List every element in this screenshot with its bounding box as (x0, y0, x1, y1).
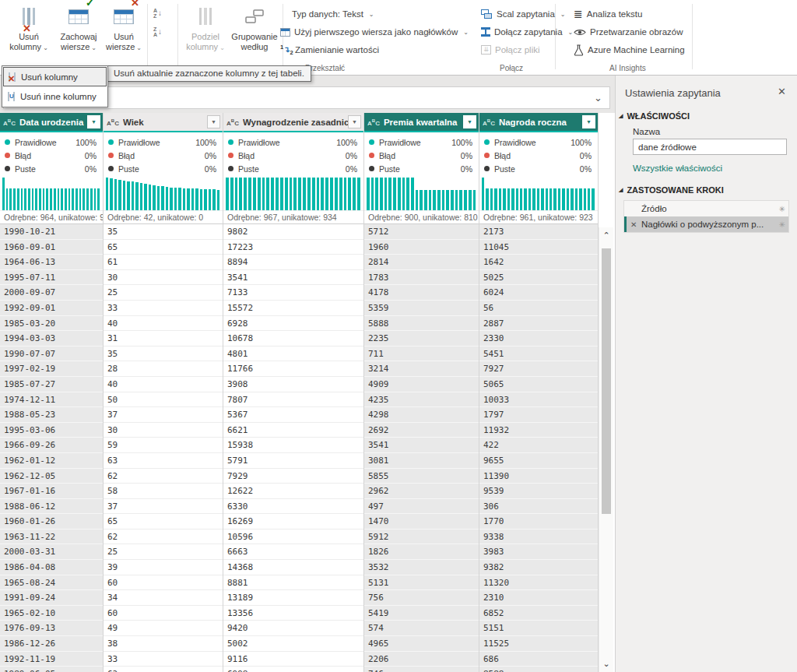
filter-button[interactable]: ▼ (87, 115, 100, 128)
column-header[interactable]: ABCNagroda roczna▼ (479, 113, 598, 131)
replace-values-button[interactable]: 1↴2 Zamienianie wartości (280, 42, 379, 58)
filter-button[interactable]: ▼ (582, 115, 595, 128)
table-cell[interactable]: 3908 (223, 377, 363, 392)
table-cell[interactable]: 1985-03-20 (0, 316, 103, 332)
table-cell[interactable]: 1964-06-13 (0, 255, 103, 270)
table-cell[interactable]: 59 (104, 438, 223, 453)
table-cell[interactable]: 16269 (223, 514, 363, 530)
table-cell[interactable]: 1967-01-16 (0, 484, 103, 499)
scrollbar-thumb[interactable] (602, 248, 611, 514)
table-cell[interactable]: 37 (104, 499, 223, 515)
table-cell[interactable]: 11525 (479, 636, 598, 652)
table-cell[interactable]: 5888 (364, 316, 479, 332)
filter-button[interactable]: ▼ (348, 115, 361, 128)
step-naglowki[interactable]: ✕ Nagłówki o podwyższonym p... ✳ (624, 216, 788, 232)
table-cell[interactable]: 8588 (479, 667, 598, 672)
table-cell[interactable]: 56 (479, 301, 598, 316)
text-analytics-button[interactable]: ≣ Analiza tekstu (574, 6, 642, 22)
table-cell[interactable]: 9539 (479, 484, 598, 499)
table-cell[interactable]: 10596 (223, 530, 363, 545)
table-cell[interactable]: 12622 (223, 484, 363, 499)
table-cell[interactable]: 11045 (479, 240, 598, 255)
sort-descending-button[interactable]: ZA↓ (153, 26, 162, 37)
table-cell[interactable]: 62 (104, 530, 223, 545)
use-first-row-as-headers-button[interactable]: Użyj pierwszego wiersza jako nagłówków⌄ (280, 24, 469, 40)
table-cell[interactable]: 746 (364, 667, 479, 672)
table-cell[interactable]: 1986-04-08 (0, 560, 103, 575)
table-cell[interactable]: 2206 (364, 652, 479, 667)
table-cell[interactable]: 3532 (364, 560, 479, 575)
table-cell[interactable]: 7927 (479, 361, 598, 377)
table-cell[interactable]: 5151 (479, 621, 598, 636)
table-cell[interactable]: 5367 (223, 407, 363, 423)
table-cell[interactable]: 5419 (364, 606, 479, 621)
table-cell[interactable]: 11932 (479, 423, 598, 438)
table-cell[interactable]: 8881 (223, 575, 363, 591)
table-cell[interactable]: 9802 (223, 224, 363, 240)
table-cell[interactable]: 6998 (223, 667, 363, 672)
all-properties-link[interactable]: Wszystkie właściwości (633, 164, 722, 173)
remove-rows-button[interactable]: ✕ Usuń wiersze⌄ (104, 3, 144, 53)
table-cell[interactable]: 4965 (364, 636, 479, 652)
table-cell[interactable]: 25 (104, 285, 223, 301)
table-cell[interactable]: 60 (104, 575, 223, 591)
table-cell[interactable]: 60 (104, 606, 223, 621)
table-cell[interactable]: 5855 (364, 469, 479, 484)
table-cell[interactable]: 5451 (479, 347, 598, 362)
table-cell[interactable]: 2235 (364, 331, 479, 347)
table-cell[interactable]: 3541 (364, 438, 479, 453)
table-cell[interactable]: 1995-03-06 (0, 423, 103, 438)
gear-icon[interactable]: ✳ (779, 220, 785, 229)
table-cell[interactable]: 2000-03-31 (0, 544, 103, 560)
table-cell[interactable]: 1976-09-13 (0, 621, 103, 636)
table-cell[interactable]: 1966-09-26 (0, 438, 103, 453)
table-cell[interactable]: 1826 (364, 544, 479, 560)
table-cell[interactable]: 1994-03-03 (0, 331, 103, 347)
table-cell[interactable]: 1962-01-12 (0, 453, 103, 469)
table-cell[interactable]: 30 (104, 423, 223, 438)
table-cell[interactable]: 4298 (364, 407, 479, 423)
vertical-scrollbar[interactable]: ⌃ ⌄ (599, 227, 613, 672)
data-type-button[interactable]: Typ danych: Tekst⌄ (292, 6, 374, 22)
table-cell[interactable]: 2173 (479, 224, 598, 240)
table-cell[interactable]: 11390 (479, 469, 598, 484)
table-cell[interactable]: 1960 (364, 240, 479, 255)
delete-step-icon[interactable]: ✕ (630, 220, 641, 229)
table-cell[interactable]: 7133 (223, 285, 363, 301)
combine-files-button[interactable]: ⇊ Połącz pliki (481, 42, 540, 58)
table-cell[interactable]: 28 (104, 361, 223, 377)
table-cell[interactable]: 5002 (223, 636, 363, 652)
column-header[interactable]: ABCData urodzenia▼ (0, 113, 103, 131)
append-queries-button[interactable]: Dołącz zapytania⌄ (481, 24, 573, 40)
table-cell[interactable]: 1962-12-05 (0, 469, 103, 484)
table-cell[interactable]: 2962 (364, 484, 479, 499)
filter-button[interactable]: ▼ (207, 115, 220, 128)
table-cell[interactable]: 35 (104, 347, 223, 362)
query-name-input[interactable] (633, 139, 787, 155)
table-cell[interactable]: 34 (104, 590, 223, 606)
group-by-button[interactable]: Grupowanie według (229, 3, 280, 52)
table-cell[interactable]: 5912 (364, 530, 479, 545)
column-header[interactable]: ABCWiek▼ (104, 113, 223, 131)
table-cell[interactable]: 3983 (479, 544, 598, 560)
table-cell[interactable]: 10033 (479, 392, 598, 408)
table-cell[interactable]: 6621 (223, 423, 363, 438)
table-cell[interactable]: 13356 (223, 606, 363, 621)
azure-ml-button[interactable]: Azure Machine Learning (574, 42, 685, 58)
table-cell[interactable]: 1990-07-07 (0, 347, 103, 362)
table-cell[interactable]: 9655 (479, 453, 598, 469)
table-cell[interactable]: 11766 (223, 361, 363, 377)
table-cell[interactable]: 11320 (479, 575, 598, 591)
table-cell[interactable]: 306 (479, 499, 598, 515)
table-cell[interactable]: 6663 (223, 544, 363, 560)
table-cell[interactable]: 5712 (364, 224, 479, 240)
table-cell[interactable]: 15938 (223, 438, 363, 453)
keep-rows-button[interactable]: ✓ Zachowaj wiersze⌄ (56, 3, 101, 53)
table-cell[interactable]: 65 (104, 514, 223, 530)
split-column-button[interactable]: Podziel kolumny⌄ (184, 3, 227, 53)
table-cell[interactable]: 4909 (364, 377, 479, 392)
table-cell[interactable]: 5791 (223, 453, 363, 469)
table-cell[interactable]: 4178 (364, 285, 479, 301)
table-cell[interactable]: 1995-07-11 (0, 270, 103, 286)
table-cell[interactable]: 1963-11-22 (0, 530, 103, 545)
